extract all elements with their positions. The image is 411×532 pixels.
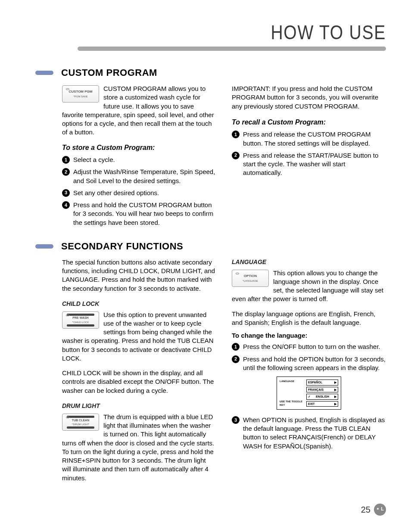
step-number-icon: 1 (232, 131, 240, 138)
store-step: 1Select a cycle. (62, 156, 216, 164)
secondary-right-col: LANGUAGE OPTION *LANGUAGE This option al… (232, 258, 386, 488)
store-step: 3Set any other desired options. (62, 189, 216, 197)
step-number-icon: 2 (232, 152, 240, 159)
step-text: Press the ON/OFF button to turn on the w… (243, 342, 386, 351)
btn-sublabel: *PGM SAVE (73, 95, 87, 98)
step-number-icon: 3 (62, 189, 70, 197)
screen-label-top: LANGUAGE (280, 380, 304, 383)
change-language-heading: To change the language: (232, 331, 386, 340)
lang-option: EXIT▶ (306, 401, 338, 407)
childlock-heading: CHILD LOCK (62, 300, 216, 308)
arrow-right-icon: ▶ (334, 395, 336, 398)
custom-left-col: CUSTOM PGM *PGM SAVE CUSTOM PROGRAM allo… (62, 84, 216, 230)
step-text: Adjust the Wash/Rinse Temperature, Spin … (73, 168, 216, 185)
language-options-line: The display language options are English… (232, 310, 386, 327)
page-footer: 25 L (361, 504, 386, 516)
language-heading: LANGUAGE (232, 258, 386, 266)
step-number-icon: 3 (232, 416, 240, 424)
store-step: 2Adjust the Wash/Rinse Temperature, Spin… (62, 168, 216, 185)
section-bullet (35, 71, 53, 75)
secondary-intro: The special function buttons also activa… (62, 258, 216, 293)
recall-heading: To recall a Custom Program: (232, 118, 386, 127)
important-note: IMPORTANT: If you press and hold the CUS… (232, 84, 386, 111)
recall-step: 2Press and release the START/PAUSE butto… (232, 151, 386, 177)
lang-option: ESPAÑOL▶ (306, 380, 338, 385)
btn-label: CUSTOM PGM (69, 90, 93, 94)
section-title-secondary: SECONDARY FUNCTIONS (61, 241, 183, 252)
tubclean-button-graphic: TUB CLEAN *DRUM LIGHT (62, 414, 99, 431)
drumlight-heading: DRUM LIGHT (62, 402, 216, 410)
language-options-list: ESPAÑOL▶ FRANÇAIS▶ ENGLISH▶ EXIT▶ (306, 380, 338, 407)
section-bullet (35, 244, 53, 249)
screen-label-bottom: USE THE TOGGLE KEY (280, 400, 304, 407)
store-step: 4Press and hold the CUSTOM PROGRAM butto… (62, 201, 216, 227)
step-number-icon: 4 (62, 201, 70, 209)
recall-step: 1Press and release the CUSTOM PROGRAM bu… (232, 130, 386, 148)
btn-sublabel: *CHILD LOCK (72, 320, 89, 324)
lang-step: 1Press the ON/OFF button to turn on the … (232, 342, 386, 351)
secondary-left-col: The special function buttons also activa… (62, 258, 216, 488)
custom-right-col: IMPORTANT: If you press and hold the CUS… (232, 84, 386, 230)
btn-sublabel: *LANGUAGE (243, 279, 258, 283)
step-text: Select a cycle. (73, 156, 216, 164)
lg-logo-icon: L (374, 504, 386, 516)
page-number: 25 (361, 505, 371, 515)
btn-sublabel: *DRUM LIGHT (72, 423, 89, 426)
arrow-right-icon: ▶ (334, 402, 336, 406)
step-text: Set any other desired options. (73, 189, 216, 197)
section-title-custom: CUSTOM PROGRAM (61, 67, 157, 78)
step-text: Press and release the CUSTOM PROGRAM but… (243, 130, 386, 148)
custom-pgm-button-graphic: CUSTOM PGM *PGM SAVE (62, 85, 99, 103)
header-rule (78, 47, 386, 51)
arrow-right-icon: ▶ (334, 380, 336, 384)
btn-label: PRE WASH (72, 316, 88, 320)
arrow-right-icon: ▶ (334, 388, 336, 392)
lang-step: 3When OPTION is pushed, English is displ… (232, 416, 386, 451)
step-text: Press and release the START/PAUSE button… (243, 151, 386, 177)
lang-option: FRANÇAIS▶ (306, 387, 338, 392)
step-number-icon: 1 (62, 156, 70, 164)
section-header-secondary: SECONDARY FUNCTIONS (26, 241, 386, 252)
step-text: Press and hold the CUSTOM PROGRAM button… (73, 201, 216, 227)
step-number-icon: 2 (232, 355, 240, 363)
option-button-graphic: OPTION *LANGUAGE (232, 270, 269, 287)
btn-label: OPTION (244, 274, 257, 279)
lang-option-selected: ENGLISH▶ (306, 394, 338, 399)
btn-label: TUB CLEAN (72, 418, 89, 422)
prewash-button-graphic: PRE WASH *CHILD LOCK (62, 311, 99, 329)
section-header-custom: CUSTOM PROGRAM (26, 67, 386, 78)
language-display-screen: LANGUAGE USE THE TOGGLE KEY ESPAÑOL▶ FRA… (277, 376, 341, 410)
store-heading: To store a Custom Program: (62, 143, 216, 152)
step-number-icon: 1 (232, 343, 240, 351)
lang-step: 2Press and hold the OPTION button for 3 … (232, 355, 386, 373)
step-text: When OPTION is pushed, English is displa… (243, 416, 386, 451)
childlock-p2: CHILD LOCK will be shown in the display,… (62, 369, 216, 395)
step-number-icon: 2 (62, 168, 70, 176)
step-text: Press and hold the OPTION button for 3 s… (243, 355, 386, 373)
page-title: HOW TO USE (80, 21, 386, 44)
